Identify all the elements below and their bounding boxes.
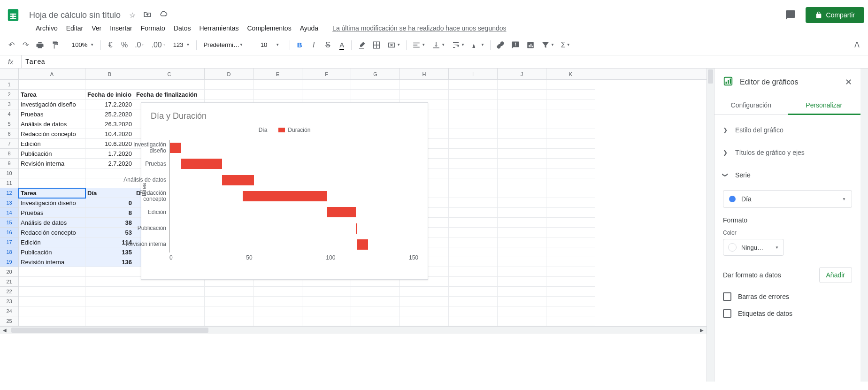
cell[interactable] [546, 267, 595, 277]
cell[interactable] [546, 237, 595, 247]
cell[interactable] [498, 247, 546, 257]
filter-button[interactable]: ▼ [538, 38, 557, 52]
col-header-D[interactable]: D [205, 69, 253, 79]
spreadsheet-grid[interactable]: ABCDEFGHIJK 12TareaFecha de inicioFecha … [0, 69, 707, 382]
cell[interactable] [351, 90, 400, 99]
tab-customize[interactable]: Personalizar [788, 96, 861, 115]
cell[interactable] [449, 218, 498, 228]
cell[interactable] [546, 99, 595, 109]
menu-insertar[interactable]: Insertar [106, 23, 136, 34]
cell[interactable] [546, 257, 595, 267]
h-align-button[interactable]: ▼ [409, 38, 428, 52]
cell[interactable] [546, 198, 595, 208]
cell[interactable] [205, 90, 253, 99]
panel-scrollbar[interactable] [860, 69, 868, 382]
cell[interactable] [302, 287, 351, 297]
cell[interactable] [302, 297, 351, 306]
insert-comment-button[interactable] [508, 38, 522, 52]
cell[interactable] [205, 80, 253, 90]
menu-ayuda[interactable]: Ayuda [296, 23, 322, 34]
cell[interactable]: Pruebas [19, 109, 85, 119]
cell[interactable] [498, 139, 546, 149]
cell[interactable] [134, 287, 205, 297]
row-header[interactable]: 4 [0, 109, 19, 119]
cell[interactable] [400, 316, 449, 326]
cell[interactable] [351, 287, 400, 297]
cell[interactable] [449, 198, 498, 208]
cell[interactable] [85, 287, 134, 297]
cell[interactable]: Publicación [19, 149, 85, 159]
cell[interactable] [205, 316, 253, 326]
col-header-J[interactable]: J [498, 69, 546, 79]
cell[interactable] [498, 228, 546, 237]
text-rotate-button[interactable]: ▼ [469, 38, 487, 52]
cell[interactable]: Análisis de datos [19, 218, 85, 228]
cell[interactable] [546, 80, 595, 90]
cell[interactable] [498, 99, 546, 109]
cell[interactable] [498, 149, 546, 159]
cell[interactable] [449, 90, 498, 99]
cell[interactable]: Revisión interna [19, 159, 85, 168]
cell[interactable] [498, 119, 546, 129]
cell[interactable]: 136 [85, 257, 134, 267]
last-modified-link[interactable]: La última modificación se ha realizado h… [332, 24, 506, 32]
cell[interactable] [85, 297, 134, 306]
cell[interactable] [546, 316, 595, 326]
insert-chart-button[interactable] [523, 38, 538, 52]
paint-format-button[interactable] [48, 38, 62, 52]
cell[interactable] [449, 316, 498, 326]
checkbox-error-bars[interactable]: Barras de errores [723, 292, 852, 301]
horizontal-scrollbar[interactable]: ◀ ▶ [0, 326, 707, 334]
cell[interactable] [498, 198, 546, 208]
cell[interactable] [302, 80, 351, 90]
cell[interactable] [400, 90, 449, 99]
currency-button[interactable]: € [104, 38, 117, 52]
cell[interactable]: 17.2.2020 [85, 99, 134, 109]
cell[interactable] [546, 159, 595, 168]
cell[interactable] [546, 119, 595, 129]
row-header[interactable]: 16 [0, 228, 19, 237]
cell[interactable] [498, 129, 546, 139]
cell[interactable] [498, 237, 546, 247]
cell[interactable] [449, 247, 498, 257]
cell[interactable] [449, 188, 498, 198]
cell[interactable] [134, 80, 205, 90]
cell[interactable] [302, 90, 351, 99]
cell[interactable]: Redacción concepto [19, 129, 85, 139]
cell[interactable] [19, 267, 85, 277]
col-header-I[interactable]: I [449, 69, 498, 79]
cell[interactable] [19, 316, 85, 326]
text-color-button[interactable]: A [335, 38, 348, 52]
row-header[interactable]: 22 [0, 287, 19, 297]
cell[interactable] [546, 149, 595, 159]
cell[interactable] [498, 188, 546, 198]
increase-decimal-button[interactable]: .00→ [149, 38, 169, 52]
cell[interactable]: 10.4.2020 [85, 129, 134, 139]
cell[interactable] [546, 168, 595, 178]
cell[interactable] [351, 306, 400, 316]
col-header-G[interactable]: G [351, 69, 400, 79]
cell[interactable] [85, 277, 134, 287]
cell[interactable] [449, 168, 498, 178]
cell[interactable] [19, 277, 85, 287]
row-header[interactable]: 8 [0, 149, 19, 159]
cell[interactable]: Edición [19, 139, 85, 149]
row-header[interactable]: 19 [0, 257, 19, 267]
menu-complementos[interactable]: Complementos [243, 23, 295, 34]
row-header[interactable]: 20 [0, 267, 19, 277]
row-header[interactable]: 23 [0, 297, 19, 306]
cell[interactable] [498, 277, 546, 287]
cell[interactable] [498, 109, 546, 119]
row-header[interactable]: 7 [0, 139, 19, 149]
cell[interactable] [19, 178, 85, 188]
borders-button[interactable] [369, 38, 384, 52]
cell[interactable] [302, 306, 351, 316]
cell[interactable]: Publicación [19, 247, 85, 257]
cell[interactable] [85, 306, 134, 316]
cell[interactable] [449, 208, 498, 218]
font-size-select[interactable]: 10▼ [253, 39, 287, 50]
row-header[interactable]: 15 [0, 218, 19, 228]
row-header[interactable]: 12 [0, 188, 19, 198]
row-header[interactable]: 21 [0, 277, 19, 287]
cloud-icon[interactable] [157, 8, 169, 22]
